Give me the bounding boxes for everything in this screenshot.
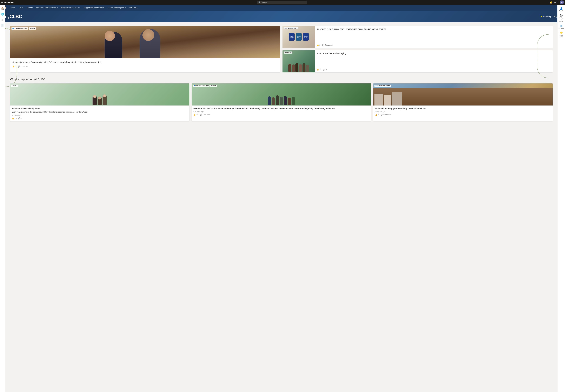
quick-links-icon: ⭐ (560, 31, 563, 34)
chevron-down-icon: ▾ (57, 7, 58, 9)
news-card-1-body: National AccessAbility Week Every year, … (10, 106, 189, 121)
like-button[interactable]: 👍 10 (193, 114, 198, 116)
news-card-1-meta: 👍 16 💬 3 (12, 117, 188, 119)
comment-button[interactable]: 💬 Comment (322, 44, 333, 46)
nav-home-label: Home (10, 7, 15, 9)
avatar[interactable]: JD (560, 0, 564, 4)
news-card-3[interactable]: ◀ OUR ORGANIZATION Inclusive housing gra… (373, 84, 553, 121)
sidebar-comings-label: Comings &Goings (558, 17, 565, 22)
settings-icon[interactable]: ⚙ (554, 1, 556, 4)
nav-item-events[interactable]: Events (25, 5, 35, 11)
notifications-icon[interactable]: 🔔 (550, 1, 552, 4)
featured-main-image: ◀ OUR ORGANIZATION PEOPLE (10, 26, 280, 58)
section-title: What's happening at CLBC (10, 78, 553, 81)
sidebar-item-comings-goings[interactable]: 💬 Comings &Goings (557, 13, 565, 23)
like-button[interactable]: 👍 3 (375, 114, 379, 116)
side-article-1[interactable]: CELEBRATE COMMUNITY INCLUSION IN THE COM… (282, 26, 553, 48)
grid-icon[interactable]: ⊞ (0, 17, 5, 23)
comment-button[interactable]: 💬 Comment (200, 114, 210, 116)
news-card-2-time: 5 minutes ago (193, 111, 369, 112)
comment-icon: 💬 (322, 44, 324, 46)
side-article-2[interactable]: LEARNING South Fraser learns about aging… (282, 50, 553, 72)
article-tag-people: PEOPLE (29, 27, 36, 29)
news-card-2[interactable]: ◀ OUR ORGANIZATION PEOPLE Members of CLB… (192, 84, 371, 121)
side-article-1-meta: 👍 5 💬 Comment (317, 44, 551, 46)
news-card-3-meta: 👍 3 💬 Comment (375, 114, 551, 116)
card3-tag-strip: ◀ OUR ORGANIZATION (374, 84, 391, 87)
like-button[interactable]: 👍 16 (12, 117, 16, 119)
comment-icon: 💬 (18, 117, 20, 119)
news-card-1[interactable]: PEOPLE National AccessAbility Week Every… (10, 84, 189, 121)
like-count: 16 (14, 117, 16, 119)
side-article-1-body: Innovation Fund success story: Empowerin… (315, 26, 553, 48)
thumbs-up-icon: 👍 (193, 114, 196, 116)
comment-button[interactable]: 💬 3 (18, 117, 22, 119)
sidebar-apps-label: My apps (559, 27, 564, 29)
nav-item-home[interactable]: Home (8, 5, 17, 11)
like-button[interactable]: 👍 1 (12, 66, 16, 68)
news-card-3-title[interactable]: Inclusive housing grand opening - New We… (375, 107, 551, 110)
comment-icon: 💬 (18, 66, 20, 68)
news-card-2-title[interactable]: Members of CLBC's Provincial Advisory Co… (193, 107, 369, 110)
comment-button[interactable]: 💬 Comment (18, 66, 28, 68)
globe-icon[interactable]: 🌐 (0, 12, 5, 17)
user-initials: JD (561, 1, 563, 3)
search-box[interactable]: 🔍 Search (257, 1, 307, 4)
sidebar-item-quick-links[interactable]: ⭐ Quick links (557, 30, 565, 39)
side-article-2-meta: 👍 14 💬 1 (317, 69, 551, 71)
main-content: ◀ OUR ORGANIZATION PEOPLE Shane Simpson … (5, 22, 557, 392)
following-label: Following (543, 15, 551, 18)
side2-tag: LEARNING (284, 52, 292, 54)
side-article-2-title[interactable]: South Fraser learns about aging (317, 52, 551, 55)
sidebar-item-people[interactable]: 👤 People (557, 6, 565, 13)
comment-count: 3 (21, 117, 22, 119)
site-header: myCLBC ★ Following English ▾ (0, 11, 565, 22)
comment-button[interactable]: 💬 Comment (381, 114, 391, 116)
top-bar: ⊞ SharePoint 🔍 Search 🔔 ⚙ ? JD (0, 0, 565, 5)
nav-ourclbc-label: Our CLBC (129, 7, 138, 9)
comment-icon: 💬 (381, 114, 383, 116)
like-count: 3 (378, 114, 379, 116)
comment-label: Comment (21, 66, 28, 68)
card2-tag-org: ◀ OUR ORGANIZATION (193, 84, 209, 87)
like-button[interactable]: 👍 14 (317, 69, 321, 71)
news-card-2-image: ◀ OUR ORGANIZATION PEOPLE (192, 84, 371, 106)
search-icon: 🔍 (258, 1, 261, 3)
comment-button[interactable]: 💬 1 (323, 69, 327, 71)
sidebar-links-label: Quick links (558, 34, 565, 38)
article-title[interactable]: Shane Simpson is Community Living BC's n… (12, 61, 278, 64)
like-count: 5 (319, 44, 320, 46)
sidebar-item-my-apps[interactable]: ☰ My apps (557, 23, 565, 30)
comment-count: 1 (326, 69, 327, 71)
article-body: Shane Simpson is Community Living BC's n… (10, 58, 280, 70)
article-tag-org: ◀ OUR ORGANIZATION (12, 27, 28, 29)
featured-grid: ◀ OUR ORGANIZATION PEOPLE Shane Simpson … (10, 26, 553, 72)
nav-item-teams[interactable]: Teams and Projects ▾ (106, 5, 127, 11)
comment-label: Comment (203, 114, 210, 116)
side-article-1-title[interactable]: Innovation Fund success story: Empowerin… (317, 28, 551, 31)
news-card-2-body: Members of CLBC's Provincial Advisory Co… (192, 106, 371, 118)
news-card-3-image: ◀ OUR ORGANIZATION (373, 84, 553, 106)
side-article-2-body: South Fraser learns about aging 👍 14 💬 1 (315, 50, 553, 72)
document-icon[interactable]: 📄 (0, 23, 5, 28)
app-logo[interactable]: ⊞ SharePoint (1, 1, 14, 4)
nav-item-news[interactable]: News (17, 5, 25, 11)
home-nav-icon[interactable]: 🏠 (0, 6, 5, 11)
nav-item-employee[interactable]: Employee Essentials ▾ (59, 5, 82, 11)
side-article-1-image: CELEBRATE COMMUNITY INCLUSION IN THE COM… (282, 26, 315, 48)
nav-item-ourclbc[interactable]: Our CLBC (127, 5, 140, 11)
waffle-icon[interactable]: ⊞ (1, 1, 3, 4)
news-card-1-title[interactable]: National AccessAbility Week (12, 107, 188, 110)
featured-side: CELEBRATE COMMUNITY INCLUSION IN THE COM… (282, 26, 553, 72)
featured-main-article[interactable]: ◀ OUR ORGANIZATION PEOPLE Shane Simpson … (10, 26, 280, 72)
nav-item-policies[interactable]: Policies and Resources ▾ (35, 5, 59, 11)
news-card-2-meta: 👍 10 💬 Comment (193, 114, 369, 116)
top-bar-actions: 🔔 ⚙ ? JD (550, 0, 564, 4)
tag-strip-side2: LEARNING (284, 52, 292, 54)
like-button[interactable]: 👍 5 (317, 44, 320, 46)
nav-item-supporting[interactable]: Supporting Individuals ▾ (82, 5, 106, 11)
following-button[interactable]: ★ Following (541, 15, 551, 18)
like-count: 10 (196, 114, 198, 116)
help-icon[interactable]: ? (557, 1, 559, 4)
card3-tag-org: ◀ OUR ORGANIZATION (374, 84, 391, 87)
